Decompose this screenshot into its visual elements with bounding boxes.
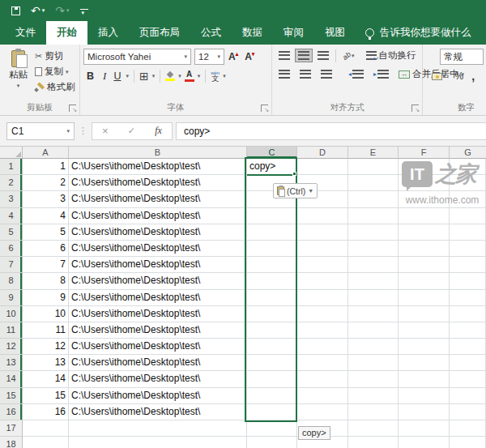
name-box[interactable]: C1 ▾ — [6, 122, 75, 140]
cell-G8[interactable] — [450, 273, 486, 289]
cell-B5[interactable]: C:\Users\ithome\Desktop\test\ — [69, 224, 247, 241]
cell-A13[interactable]: 13 — [23, 355, 69, 371]
clipboard-dialog-launcher-icon[interactable] — [69, 105, 76, 112]
cell-B1[interactable]: C:\Users\ithome\Desktop\test\ — [69, 159, 247, 175]
font-color-dropdown-icon[interactable]: ▾ — [198, 73, 201, 79]
cell-A8[interactable]: 8 — [23, 273, 69, 289]
phonetic-dropdown-icon[interactable]: ▾ — [223, 73, 226, 79]
accounting-format-button[interactable]: ▾ — [428, 70, 450, 83]
row-header-4[interactable]: 4 — [0, 208, 23, 224]
cell-E4[interactable] — [348, 208, 399, 224]
cell-G9[interactable] — [450, 290, 486, 306]
cell-F12[interactable] — [399, 339, 450, 355]
cell-D9[interactable] — [297, 290, 348, 306]
cell-A1[interactable]: 1 — [23, 159, 69, 175]
decrease-indent-button[interactable]: ◂ — [345, 67, 367, 81]
cell-B16[interactable]: C:\Users\ithome\Desktop\test\ — [69, 404, 247, 420]
cell-C11[interactable] — [247, 322, 297, 339]
cell-B4[interactable]: C:\Users\ithome\Desktop\test\ — [69, 208, 247, 224]
font-color-button[interactable]: A — [185, 70, 194, 82]
cell-A4[interactable]: 4 — [23, 208, 69, 224]
cell-A18[interactable] — [23, 437, 69, 448]
cell-C1[interactable]: copy> — [247, 159, 297, 175]
cell-G15[interactable] — [450, 388, 486, 404]
underline-button[interactable]: U — [112, 70, 122, 82]
cell-G1[interactable] — [450, 159, 486, 175]
tab-page-layout[interactable]: 页面布局 — [129, 21, 190, 45]
increase-indent-button[interactable]: ▸ — [370, 67, 392, 81]
decrease-font-size-button[interactable]: A▾ — [242, 51, 257, 62]
cell-D11[interactable] — [297, 322, 348, 339]
cell-G17[interactable] — [450, 420, 486, 437]
row-header-7[interactable]: 7 — [0, 257, 23, 273]
cell-C8[interactable] — [247, 273, 297, 289]
increase-font-size-button[interactable]: A▴ — [226, 51, 241, 62]
select-all-corner[interactable] — [0, 147, 23, 159]
row-header-12[interactable]: 12 — [0, 339, 23, 355]
cell-C17[interactable] — [247, 420, 297, 437]
bold-button[interactable]: B — [83, 70, 97, 82]
tab-view[interactable]: 视图 — [314, 21, 356, 45]
cell-B10[interactable]: C:\Users\ithome\Desktop\test\ — [69, 306, 247, 322]
cell-D10[interactable] — [297, 306, 348, 322]
cell-A14[interactable]: 14 — [23, 371, 69, 387]
column-header-G[interactable]: G — [450, 147, 486, 159]
cell-A5[interactable]: 5 — [23, 224, 69, 241]
cell-F10[interactable] — [399, 306, 450, 322]
cancel-icon[interactable]: × — [102, 125, 109, 137]
qat-customize-button[interactable] — [80, 11, 88, 11]
cell-E15[interactable] — [348, 388, 399, 404]
cell-A17[interactable] — [23, 420, 69, 437]
row-header-3[interactable]: 3 — [0, 191, 23, 207]
comma-style-button[interactable]: , — [469, 70, 477, 83]
align-right-button[interactable] — [318, 67, 335, 81]
format-painter-button[interactable]: 格式刷 — [33, 80, 77, 94]
cell-E17[interactable] — [348, 420, 399, 437]
cell-F15[interactable] — [399, 388, 450, 404]
cell-C5[interactable] — [247, 224, 297, 241]
cell-D14[interactable] — [297, 371, 348, 387]
align-bottom-button[interactable] — [314, 49, 332, 62]
font-dialog-launcher-icon[interactable] — [261, 105, 268, 112]
cell-B9[interactable]: C:\Users\ithome\Desktop\test\ — [69, 290, 247, 306]
cell-B3[interactable]: C:\Users\ithome\Desktop\test\ — [69, 191, 247, 207]
cell-E6[interactable] — [348, 241, 399, 257]
number-format-select[interactable]: 常规 — [440, 49, 484, 65]
cell-G6[interactable] — [450, 241, 486, 257]
tell-me-box[interactable]: 告诉我你想要做什么 — [365, 21, 471, 45]
column-header-C[interactable]: C — [247, 147, 297, 159]
font-size-select[interactable]: 12 ▾ — [194, 49, 224, 65]
row-header-9[interactable]: 9 — [0, 290, 23, 306]
cell-G10[interactable] — [450, 306, 486, 322]
wrap-text-button[interactable]: 自动换行 — [364, 49, 418, 62]
cell-D4[interactable] — [297, 208, 348, 224]
cell-B17[interactable] — [69, 420, 247, 437]
cell-A6[interactable]: 6 — [23, 241, 69, 257]
row-header-10[interactable]: 10 — [0, 306, 23, 322]
formula-bar-resize-handle[interactable]: ⋮ — [79, 126, 87, 136]
cell-G13[interactable] — [450, 355, 486, 371]
cell-E14[interactable] — [348, 371, 399, 387]
cell-C13[interactable] — [247, 355, 297, 371]
cell-A15[interactable]: 15 — [23, 388, 69, 404]
cell-A10[interactable]: 10 — [23, 306, 69, 322]
cell-G5[interactable] — [450, 224, 486, 241]
cell-F6[interactable] — [399, 241, 450, 257]
save-button[interactable] — [11, 6, 20, 15]
cell-F17[interactable] — [399, 420, 450, 437]
cell-G18[interactable] — [450, 437, 486, 448]
copy-button[interactable]: 复制 ▾ — [33, 65, 77, 79]
cell-A3[interactable]: 3 — [23, 191, 69, 207]
cell-B2[interactable]: C:\Users\ithome\Desktop\test\ — [69, 175, 247, 191]
cell-E13[interactable] — [348, 355, 399, 371]
align-top-button[interactable] — [275, 49, 293, 62]
row-header-15[interactable]: 15 — [0, 388, 23, 404]
cell-E7[interactable] — [348, 257, 399, 273]
column-header-D[interactable]: D — [297, 147, 348, 159]
row-header-14[interactable]: 14 — [0, 371, 23, 387]
borders-dropdown-icon[interactable]: ▾ — [152, 73, 156, 79]
cell-A16[interactable]: 16 — [23, 404, 69, 420]
tab-formulas[interactable]: 公式 — [190, 21, 232, 45]
cell-D5[interactable] — [297, 224, 348, 241]
row-header-5[interactable]: 5 — [0, 224, 23, 241]
